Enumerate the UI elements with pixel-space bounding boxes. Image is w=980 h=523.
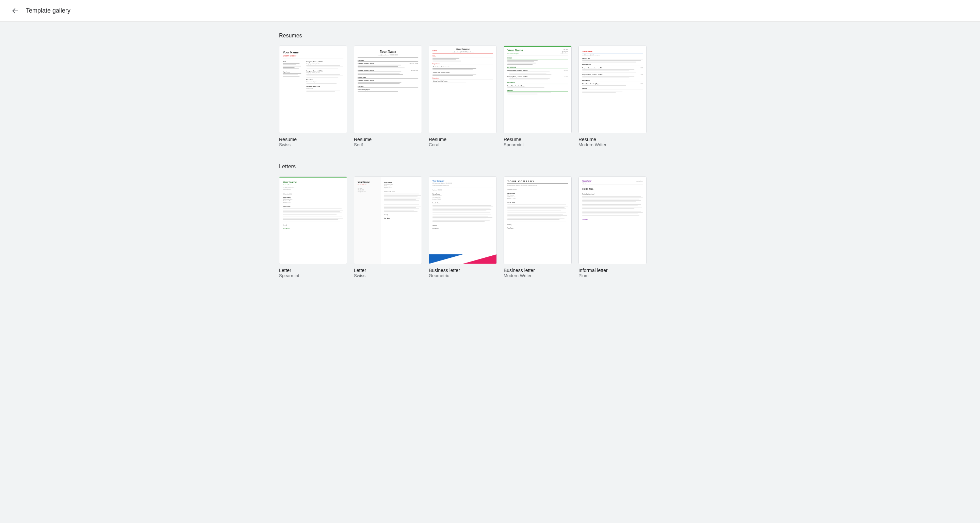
svg-text:Nancy Reader: Nancy Reader [283, 197, 291, 198]
svg-rect-0 [279, 46, 347, 133]
svg-rect-30 [306, 91, 335, 92]
svg-rect-153 [283, 210, 343, 210]
svg-rect-181 [384, 202, 414, 202]
resume-swiss-thumbnail: Your Name Creative Director Skills Exper… [279, 46, 347, 133]
template-resume-spearmint[interactable]: Your Name Industrial Designer City, Stat… [504, 46, 572, 147]
svg-text:Your Brand: Your Brand [582, 219, 588, 220]
svg-rect-97 [509, 72, 550, 72]
svg-text:Sincerely,: Sincerely, [508, 224, 512, 225]
template-resume-modern-writer[interactable]: YOUR NAME email@email.com | linkedin.com… [579, 46, 646, 147]
svg-rect-233 [508, 214, 563, 214]
resume-spearmint-info: Resume Spearmint [504, 137, 572, 147]
svg-text:Sincerely,: Sincerely, [384, 214, 388, 216]
svg-text:Jan 2020: Jan 2020 [564, 70, 568, 71]
svg-text:Jan 2020 – Present: Jan 2020 – Present [409, 63, 418, 64]
svg-rect-182 [384, 204, 419, 205]
svg-rect-238 [508, 221, 566, 221]
svg-text:Experience: Experience [283, 71, 290, 73]
svg-rect-92 [508, 64, 533, 65]
svg-rect-11 [283, 73, 301, 73]
svg-text:School Name | Degree: School Name | Degree [358, 89, 370, 90]
resume-modern-writer-thumbnail: YOUR NAME email@email.com | linkedin.com… [579, 46, 646, 133]
resume-coral-thumbnail: Skills Your Name email@email.com | 000-0… [429, 46, 497, 133]
svg-rect-56 [358, 91, 398, 92]
template-informal-letter-plum[interactable]: Your Brand tagline goes here yourbrand.c… [579, 176, 646, 278]
svg-text:000-000-0000: 000-000-0000 [358, 189, 364, 191]
svg-rect-257 [582, 211, 641, 211]
svg-text:· Content Team | Content creat: · Content Team | Content creator [433, 72, 450, 73]
letter-spearmint-name: Spearmint [279, 273, 347, 278]
svg-text:Anytown, Z 12345: Anytown, Z 12345 [283, 202, 291, 203]
svg-text:City, State: City, State [563, 49, 568, 50]
svg-rect-129 [582, 76, 634, 76]
svg-rect-255 [582, 207, 642, 207]
svg-text:425 Business Ave: 425 Business Ave [433, 197, 441, 198]
resume-serif-info: Resume Serif [354, 137, 422, 147]
letter-swiss-name: Swiss [354, 273, 422, 278]
svg-rect-16 [306, 65, 340, 66]
business-letter-geometric-type: Business letter [429, 268, 497, 273]
business-letter-modern-info: Business letter Modern Writer [504, 268, 572, 278]
letter-swiss-type: Letter [354, 268, 422, 273]
svg-rect-259 [582, 214, 638, 214]
svg-text:Sincerely,: Sincerely, [283, 224, 287, 226]
svg-text:tagline goes here: tagline goes here [582, 182, 590, 184]
svg-text:Your Name: Your Name [456, 48, 470, 51]
resumes-grid: Your Name Creative Director Skills Exper… [279, 46, 701, 147]
resume-coral-name: Coral [429, 142, 497, 147]
svg-rect-185 [384, 208, 419, 209]
svg-rect-22 [306, 76, 343, 76]
svg-rect-71 [433, 70, 473, 70]
svg-rect-184 [384, 207, 416, 208]
svg-rect-26 [306, 83, 337, 84]
template-letter-swiss[interactable]: Your Name Creative Director City, State … [354, 176, 422, 278]
svg-rect-254 [582, 205, 638, 206]
template-resume-swiss[interactable]: Your Name Creative Director Skills Exper… [279, 46, 347, 147]
svg-rect-110 [508, 92, 551, 93]
svg-text:Skills: Skills [283, 61, 286, 63]
svg-rect-9 [283, 69, 299, 69]
template-business-letter-geometric[interactable]: Your Company 123 Business Ave, Anytown |… [429, 176, 497, 278]
informal-letter-plum-info: Informal letter Plum [579, 268, 646, 278]
business-letter-modern-name: Modern Writer [504, 273, 572, 278]
template-business-letter-modern[interactable]: YOUR COMPANY 123 Business Ave, Anytown |… [504, 176, 572, 278]
template-letter-spearmint[interactable]: Your Name Creative Director City, State … [279, 176, 347, 278]
template-resume-coral[interactable]: Skills Your Name email@email.com | 000-0… [429, 46, 497, 147]
template-resume-serif[interactable]: Your Name email@email.com | 000-000-0000… [354, 46, 422, 147]
svg-text:123 Business Ave, Anytown | 00: 123 Business Ave, Anytown | 000-000-0000… [508, 185, 538, 186]
svg-text:Company: Location | Job Title: Company: Location | Job Title [306, 63, 320, 65]
svg-text:123 Business Ave, Anytown | 00: 123 Business Ave, Anytown | 000-000-0000 [433, 182, 452, 184]
svg-text:Skills: Skills [433, 50, 437, 52]
svg-text:Creative Director: Creative Director [283, 184, 292, 185]
svg-text:Your Name: Your Name [283, 181, 297, 184]
svg-text:Your Name: Your Name [380, 50, 396, 53]
resume-modern-writer-info: Resume Modern Writer [579, 137, 646, 147]
svg-rect-232 [508, 212, 566, 213]
svg-rect-73 [433, 74, 476, 74]
resume-coral-info: Resume Coral [429, 137, 497, 147]
svg-rect-103 [509, 79, 548, 80]
svg-text:Location | Date: Location | Date [306, 88, 313, 89]
svg-text:26 September 2021: 26 September 2021 [283, 193, 292, 195]
svg-rect-40 [358, 65, 401, 65]
svg-rect-177 [384, 197, 417, 197]
svg-text:email@company.com | company.co: email@company.com | company.com [433, 185, 450, 186]
svg-text:2020: 2020 [640, 67, 643, 69]
svg-rect-66 [433, 61, 461, 61]
svg-text:First, a big thank you!: First, a big thank you! [582, 193, 595, 195]
svg-rect-260 [582, 215, 640, 215]
svg-text:YOUR COMPANY: YOUR COMPANY [508, 180, 535, 182]
svg-text:Nancy Reader: Nancy Reader [433, 193, 441, 195]
svg-rect-158 [283, 218, 343, 218]
resume-swiss-type: Resume [279, 137, 347, 142]
resume-swiss-info: Resume Swiss [279, 137, 347, 147]
svg-rect-250 [582, 199, 640, 199]
svg-text:Your Company: Your Company [433, 180, 444, 182]
svg-text:Your Name: Your Name [358, 181, 370, 183]
svg-text:Company Name, Location | Job T: Company Name, Location | Job Title [508, 70, 528, 71]
back-button[interactable] [8, 4, 22, 18]
svg-rect-156 [283, 214, 337, 214]
svg-text:Your Name: Your Name [384, 218, 390, 219]
svg-rect-155 [283, 212, 342, 213]
svg-text:EXPERIENCE: EXPERIENCE [508, 66, 516, 68]
